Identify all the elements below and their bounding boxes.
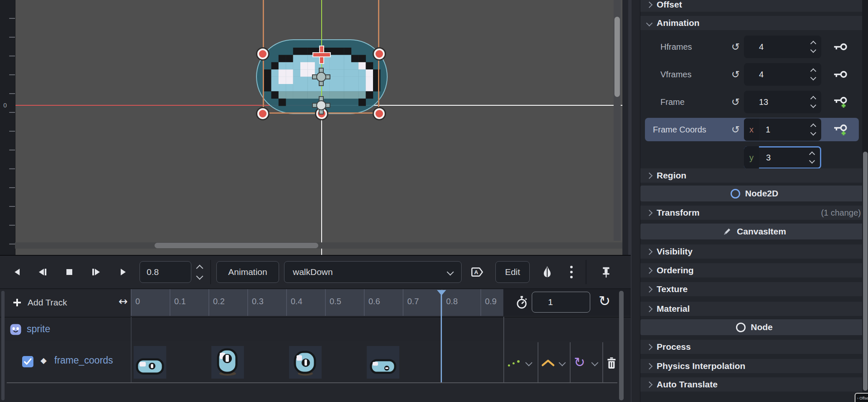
section-physics-interpolation[interactable]: Physics Interpolation bbox=[640, 359, 868, 373]
ruler-tick-label[interactable]: 0.4 bbox=[286, 289, 325, 316]
playback-position-spinbox[interactable]: 0.8 bbox=[140, 261, 191, 283]
2d-viewport-canvas[interactable]: 0 bbox=[0, 0, 622, 255]
track-node-row[interactable]: sprite bbox=[0, 318, 618, 341]
frame-coords-y-spinbox[interactable]: y 3 bbox=[744, 146, 821, 169]
frame-spinbox[interactable]: 13 bbox=[744, 91, 821, 113]
loop-animation-icon[interactable]: ↻ bbox=[599, 293, 611, 309]
ruler-tick-label[interactable]: 0.2 bbox=[208, 289, 247, 316]
timeline-playhead[interactable] bbox=[441, 290, 442, 382]
section-process[interactable]: Process bbox=[640, 340, 868, 354]
spin-stepper-icon[interactable] bbox=[811, 69, 815, 80]
spin-stepper-icon[interactable] bbox=[811, 97, 815, 107]
property-row-hframes: Hframes ↺ 4 bbox=[640, 35, 868, 59]
play-from-current-button[interactable] bbox=[88, 261, 104, 283]
keyframe-thumbnail[interactable] bbox=[289, 346, 322, 379]
timeline-playhead-grip[interactable] bbox=[437, 290, 446, 295]
revert-icon[interactable]: ↺ bbox=[731, 96, 740, 108]
animation-panel-left-scrollbar[interactable] bbox=[1, 291, 5, 400]
property-label[interactable]: Frame Coords bbox=[653, 125, 706, 135]
section-region[interactable]: Region bbox=[640, 168, 868, 183]
ruler-tick-label[interactable]: 0.9 bbox=[480, 289, 503, 316]
animation-panel-right-scrollbar[interactable] bbox=[619, 291, 624, 400]
track-loop-wrap-icon[interactable]: ↻ bbox=[574, 354, 585, 370]
selection-handle-bottom-left[interactable] bbox=[257, 108, 268, 119]
revert-icon[interactable]: ↺ bbox=[731, 69, 740, 80]
canvasitem-icon bbox=[723, 227, 732, 236]
center-position-gizmo[interactable] bbox=[312, 68, 330, 86]
property-label[interactable]: Frame bbox=[660, 97, 685, 107]
viewport-vscrollbar[interactable] bbox=[614, 17, 620, 97]
ruler-tick-label[interactable]: 0.1 bbox=[170, 289, 208, 316]
edit-toggle-button[interactable]: Edit bbox=[495, 261, 530, 283]
section-texture[interactable]: Texture bbox=[640, 282, 868, 296]
spin-stepper-icon[interactable] bbox=[811, 42, 815, 52]
key-icon[interactable] bbox=[827, 37, 853, 57]
timeline-pan-icon[interactable]: ↔ bbox=[119, 295, 128, 308]
track-enabled-checkbox[interactable] bbox=[22, 356, 33, 367]
origin-position-gizmo[interactable] bbox=[312, 96, 330, 114]
keyframe-thumbnail[interactable] bbox=[134, 346, 166, 379]
ruler-tick-label[interactable]: 0 bbox=[131, 289, 170, 316]
section-auto-translate[interactable]: Auto Translate bbox=[640, 377, 868, 392]
selection-handle-bottom-right[interactable] bbox=[374, 108, 385, 119]
hframes-spinbox[interactable]: 4 bbox=[744, 36, 821, 58]
revert-icon[interactable]: ↺ bbox=[731, 41, 740, 53]
frame-coords-x-spinbox[interactable]: x 1 bbox=[744, 118, 821, 141]
revert-icon[interactable]: ↺ bbox=[731, 124, 740, 135]
section-transform[interactable]: Transform (1 change) bbox=[640, 206, 868, 220]
inspector-scrollbar[interactable] bbox=[863, 152, 868, 391]
onion-skinning-options-icon[interactable] bbox=[566, 261, 576, 283]
track-update-mode-icon[interactable] bbox=[508, 359, 520, 367]
node-icon bbox=[736, 323, 746, 332]
selection-handle-right[interactable] bbox=[374, 48, 385, 59]
section-ordering[interactable]: Ordering bbox=[640, 263, 868, 277]
stop-button[interactable] bbox=[61, 261, 78, 283]
key-type-diamond-icon: ◆ bbox=[41, 356, 47, 365]
keyframe-thumbnail[interactable] bbox=[211, 346, 244, 379]
ruler-tick-label[interactable]: 0.7 bbox=[403, 289, 442, 316]
play-backwards-button[interactable] bbox=[9, 261, 26, 283]
autoplay-on-load-icon[interactable]: A bbox=[469, 261, 487, 283]
playback-position-value: 0.8 bbox=[147, 267, 159, 277]
track-interpolation-icon[interactable] bbox=[541, 358, 555, 368]
corner-drag-preview: › Offset bbox=[855, 393, 868, 402]
vframes-spinbox[interactable]: 4 bbox=[744, 63, 821, 86]
add-track-button[interactable]: Add Track bbox=[0, 289, 131, 316]
ruler-tick-label[interactable]: 0.3 bbox=[247, 289, 286, 316]
spin-stepper-icon[interactable] bbox=[811, 125, 815, 135]
category-canvasitem: CanvasItem bbox=[640, 224, 868, 239]
delete-track-icon[interactable] bbox=[606, 357, 617, 369]
ruler-tick-label[interactable]: 0.8 bbox=[442, 289, 480, 316]
onion-skinning-icon[interactable] bbox=[538, 261, 556, 283]
spin-stepper-icon[interactable] bbox=[810, 153, 814, 163]
add-key-icon[interactable] bbox=[827, 120, 853, 140]
animation-select-dropdown[interactable]: walkDown bbox=[284, 261, 462, 283]
play-backwards-from-current-button[interactable] bbox=[34, 261, 51, 283]
x-component-badge: x bbox=[744, 118, 759, 141]
section-offset[interactable]: Offset bbox=[640, 0, 868, 12]
property-label[interactable]: Hframes bbox=[660, 42, 692, 52]
animation-menu-button[interactable]: Animation bbox=[216, 261, 279, 283]
category-node2d: Node2D bbox=[640, 186, 868, 201]
section-visibility[interactable]: Visibility bbox=[640, 244, 868, 259]
add-key-icon[interactable] bbox=[827, 92, 853, 112]
section-animation[interactable]: Animation bbox=[640, 16, 868, 30]
key-icon[interactable] bbox=[827, 64, 853, 84]
ruler-tick-label[interactable]: 0.5 bbox=[325, 289, 364, 316]
play-forwards-button[interactable] bbox=[114, 261, 131, 283]
selection-handle-left[interactable] bbox=[257, 48, 268, 59]
animation-length-spinbox[interactable]: 1 bbox=[532, 292, 590, 313]
viewport-hscrollbar[interactable] bbox=[155, 243, 318, 248]
keyframe-thumbnail[interactable] bbox=[367, 346, 399, 379]
ruler-tick-label[interactable]: 0.6 bbox=[364, 289, 403, 316]
position-stepper[interactable] bbox=[195, 261, 205, 283]
section-material[interactable]: Material bbox=[640, 302, 868, 316]
pin-panel-icon[interactable] bbox=[596, 261, 616, 283]
node-pivot-marker[interactable] bbox=[312, 46, 331, 64]
timeline-ruler-row: Add Track ↔ 00.10.20.30.40.50.60.70.80.9… bbox=[0, 289, 631, 317]
timeline-ruler[interactable]: 00.10.20.30.40.50.60.70.80.9 bbox=[131, 289, 503, 316]
transform-change-badge: (1 change) bbox=[821, 208, 861, 218]
property-label[interactable]: Vframes bbox=[660, 70, 691, 79]
animation-length-icon bbox=[515, 295, 528, 310]
viewport-hscrollbar-groove[interactable] bbox=[15, 242, 622, 249]
